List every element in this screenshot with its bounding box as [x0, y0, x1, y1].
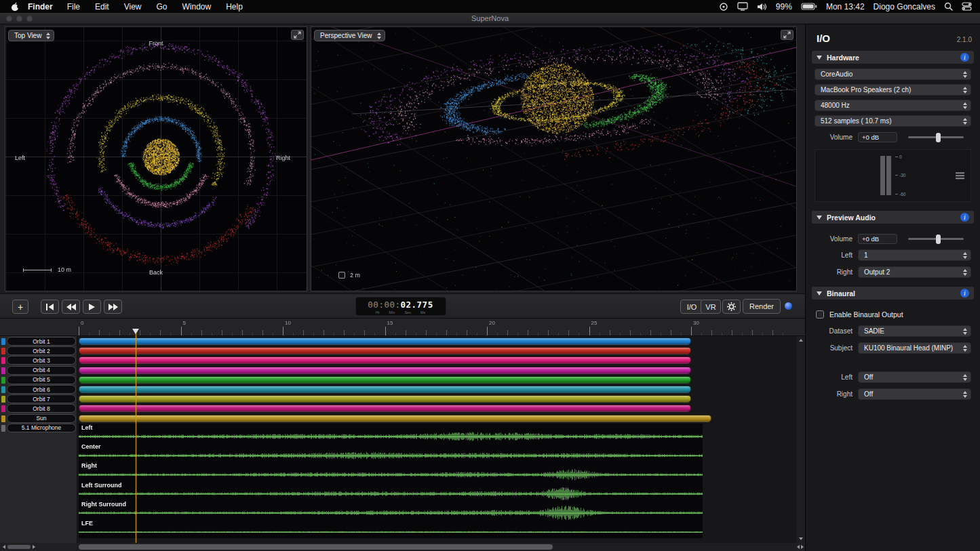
track-header-orbit-3[interactable]: Orbit 3 [0, 356, 77, 365]
search-icon[interactable] [944, 2, 953, 11]
volume-icon[interactable] [757, 3, 767, 11]
timeline-ruler[interactable]: 051015202530 [0, 319, 805, 336]
enable-binaural-checkbox[interactable] [816, 310, 824, 319]
fast-forward-button[interactable] [104, 300, 122, 314]
settings-gear-icon[interactable] [722, 300, 741, 314]
disclosure-triangle-icon[interactable] [817, 56, 822, 60]
clip-orbit-2[interactable] [79, 347, 691, 354]
preview-section-header[interactable]: Preview Audio i [812, 211, 974, 224]
vr-button[interactable]: VR [701, 300, 721, 314]
rewind-button[interactable] [62, 300, 80, 314]
horizontal-scrollbar[interactable] [77, 544, 796, 550]
dataset-dropdown[interactable]: SADIE [858, 325, 971, 337]
track-header-orbit-4[interactable]: Orbit 4 [0, 366, 77, 375]
menu-item-help[interactable]: Help [226, 2, 243, 12]
audio-driver-dropdown[interactable]: CoreAudio [815, 68, 971, 80]
track-header-orbit-1[interactable]: Orbit 1 [0, 337, 77, 346]
track-name[interactable]: Orbit 2 [7, 346, 76, 355]
track-header-5-1-microphone[interactable]: 5.1 Microphone [0, 424, 77, 433]
preview-volume-slider[interactable] [908, 234, 964, 244]
track-header-sun[interactable]: Sun [0, 414, 77, 424]
clip-orbit-8[interactable] [79, 405, 691, 412]
track-name[interactable]: Orbit 8 [7, 404, 76, 413]
binaural-left-dropdown[interactable]: Off [858, 371, 971, 383]
clip-orbit-1[interactable] [79, 338, 691, 345]
scroll-down-icon[interactable] [799, 537, 803, 540]
track-name[interactable]: Orbit 7 [7, 394, 76, 403]
binaural-right-dropdown[interactable]: Off [858, 388, 971, 400]
preview-right-dropdown[interactable]: Output 2 [858, 266, 971, 278]
menu-item-view[interactable]: View [124, 2, 142, 12]
render-button[interactable]: Render [743, 299, 781, 314]
preview-left-dropdown[interactable]: 1 [858, 249, 971, 261]
io-panel-button[interactable]: I/O [680, 300, 703, 314]
meter-menu-icon[interactable] [956, 172, 964, 179]
hardware-section-header[interactable]: Hardware i [812, 51, 974, 64]
scroll-left-icon[interactable] [797, 545, 800, 549]
menu-item-edit[interactable]: Edit [95, 2, 109, 12]
playhead-handle[interactable] [132, 329, 139, 334]
perspective-canvas[interactable] [311, 27, 796, 291]
hw-volume-slider[interactable] [908, 133, 964, 142]
zoom-button[interactable] [26, 16, 33, 22]
track-header-orbit-8[interactable]: Orbit 8 [0, 404, 77, 413]
time-display[interactable]: 00:00:02.775 HrMinSecMs [355, 297, 446, 316]
checkbox-icon[interactable] [338, 272, 345, 279]
track-header-orbit-2[interactable]: Orbit 2 [0, 346, 77, 356]
subject-dropdown[interactable]: KU100 Binaural Head (MINP) [858, 342, 971, 354]
scroll-right-icon[interactable] [801, 545, 804, 549]
audio-device-dropdown[interactable]: MacBook Pro Speakers (2 ch) [815, 84, 971, 96]
minimize-button[interactable] [16, 16, 22, 22]
sample-rate-dropdown[interactable]: 48000 Hz [815, 100, 971, 111]
buffer-size-dropdown[interactable]: 512 samples ( 10.7 ms) [815, 115, 971, 127]
expand-view-icon[interactable] [291, 30, 304, 40]
binaural-section-header[interactable]: Binaural i [812, 287, 974, 300]
expand-view-icon[interactable] [781, 30, 793, 40]
menu-item-file[interactable]: File [67, 2, 80, 12]
track-name[interactable]: Sun [7, 414, 76, 423]
skip-to-start-button[interactable] [41, 300, 59, 314]
display-icon[interactable] [737, 2, 748, 11]
surround-mic-clip[interactable]: LeftCenterRightLeft SurroundRight Surrou… [79, 424, 703, 538]
slider-thumb[interactable] [936, 234, 941, 244]
hw-volume-field[interactable]: +0 dB [858, 132, 897, 142]
perspective-view-selector[interactable]: Perspective View [314, 30, 385, 41]
track-header-orbit-6[interactable]: Orbit 6 [0, 385, 77, 394]
clip-orbit-7[interactable] [79, 395, 691, 403]
vertical-scrollbar[interactable] [796, 336, 805, 543]
preview-volume-field[interactable]: +0 dB [858, 234, 897, 244]
info-icon[interactable]: i [960, 53, 969, 62]
track-name[interactable]: 5.1 Microphone [7, 424, 76, 432]
track-header-orbit-5[interactable]: Orbit 5 [0, 375, 77, 385]
menu-item-go[interactable]: Go [157, 2, 168, 12]
track-header-orbit-7[interactable]: Orbit 7 [0, 394, 77, 404]
play-button[interactable] [83, 300, 101, 314]
menu-app-name[interactable]: Finder [28, 2, 53, 12]
top-view-canvas[interactable] [5, 27, 307, 291]
header-mini-scrollbar[interactable] [3, 544, 75, 550]
info-icon[interactable]: i [960, 213, 969, 222]
playhead-line[interactable] [136, 329, 136, 543]
app-ring-icon[interactable] [719, 2, 728, 12]
horizontal-scroll-thumb[interactable] [79, 544, 553, 550]
menu-clock[interactable]: Mon 13:42 [826, 2, 865, 12]
mini-scroll-left-icon[interactable] [3, 545, 5, 549]
apple-menu-icon[interactable] [11, 2, 20, 12]
clip-sun[interactable] [79, 415, 711, 422]
scroll-up-icon[interactable] [799, 339, 803, 342]
info-icon[interactable]: i [960, 289, 969, 298]
clip-orbit-5[interactable] [79, 376, 691, 384]
track-name[interactable]: Orbit 5 [7, 375, 76, 384]
close-button[interactable] [6, 16, 12, 22]
top-view-selector[interactable]: Top View [8, 30, 54, 41]
clip-orbit-4[interactable] [79, 367, 691, 374]
scroll-corner[interactable] [796, 544, 805, 550]
track-name[interactable]: Orbit 6 [7, 385, 76, 394]
control-center-icon[interactable] [962, 2, 972, 11]
grid-scale-toggle[interactable]: 2 m [338, 272, 360, 279]
clip-orbit-6[interactable] [79, 386, 691, 393]
battery-icon[interactable] [801, 3, 817, 10]
menu-user[interactable]: Diogo Goncalves [874, 2, 935, 12]
menu-item-window[interactable]: Window [182, 2, 212, 12]
slider-thumb[interactable] [936, 133, 941, 142]
